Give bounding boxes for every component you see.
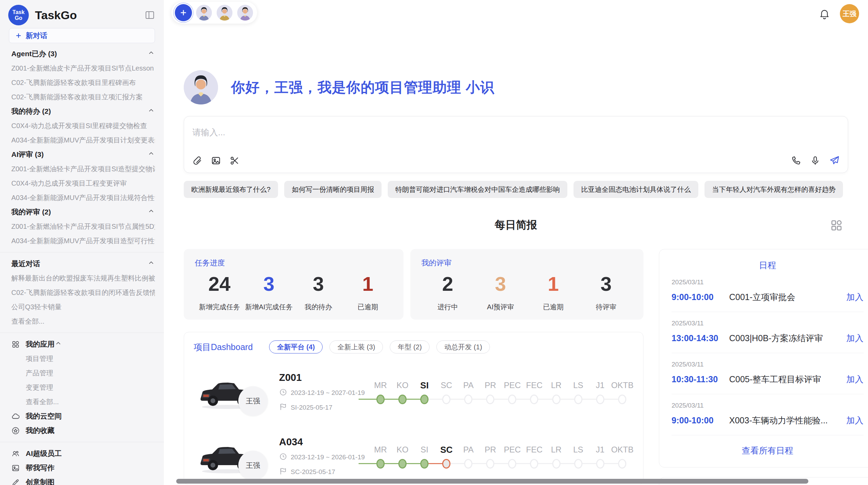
sidebar-item-my-apps[interactable]: 我的应用 (0, 337, 164, 351)
milestone-PA: PA (457, 379, 479, 405)
sidebar-tool-item[interactable]: 帮我写作 (0, 461, 164, 475)
sidebar-item[interactable]: A034-全新新能源MUV产品开发项目造型可行性评审 (0, 234, 164, 248)
dashboard-filter-tab[interactable]: 动总开发 (1) (436, 340, 490, 353)
milestone-dot-row (611, 394, 634, 405)
horizontal-scrollbar[interactable] (176, 479, 808, 484)
screenshot-scissors-icon[interactable] (229, 155, 240, 166)
agent-avatar[interactable] (195, 4, 213, 21)
dashboard-filter-tab[interactable]: 全新上装 (3) (329, 340, 383, 353)
join-meeting-link[interactable]: 加入 (846, 415, 864, 426)
milestone-FEC: FEC (523, 379, 545, 405)
project-owner-badge: 王强 (238, 451, 268, 480)
chevron-up-icon[interactable] (147, 150, 155, 159)
recent-conversation-item[interactable]: 解释最新出台的欧盟报废车法规再生塑料比例被调至15%... (0, 271, 164, 285)
sidebar-item[interactable]: C02-飞腾新能源轻客改款项目里程碑画布 (0, 75, 164, 90)
suggestion-chip[interactable]: 特朗普可能对进口汽车增税会对中国车企造成哪些影响 (388, 181, 567, 198)
send-icon[interactable] (829, 155, 840, 166)
sidebar-item[interactable]: C02-飞腾新能源轻客改款项目立项汇报方案 (0, 90, 164, 104)
sidebar-tool-item[interactable]: 创意制图 (0, 475, 164, 485)
suggestion-chip[interactable]: 如何写一份清晰的项目周报 (284, 181, 382, 198)
schedule-date: 2025/03/11 (672, 361, 864, 368)
milestone-J1: J1 (589, 379, 611, 405)
tool-label: 帮我写作 (26, 463, 55, 473)
join-meeting-link[interactable]: 加入 (846, 291, 864, 303)
app-subitem[interactable]: 查看全部... (0, 395, 164, 409)
milestone-label: PR (479, 379, 501, 391)
recent-conversation-item[interactable]: 公司Q3轻卡销量 (0, 300, 164, 314)
milestone-SC: SC (435, 444, 457, 470)
milestone-label: PA (457, 379, 479, 391)
chevron-up-icon[interactable] (147, 49, 155, 59)
notifications-bell-icon[interactable] (819, 8, 831, 20)
sidebar-item-cloud[interactable]: 我的云空间 (0, 409, 164, 423)
sidebar-item[interactable]: C0X4-动力总成开发项目SI里程碑提交物检查 (0, 119, 164, 133)
sidebar-item-label: A034-全新新能源MUV产品开发项目造型可行性评审 (11, 236, 155, 246)
suggestion-chip[interactable]: 当下年轻人对汽车外观有怎样的喜好趋势 (704, 181, 843, 198)
milestone-dot (376, 459, 385, 469)
add-agent-button[interactable] (175, 4, 192, 21)
sidebar-section-header-2[interactable]: AI评审 (3) (0, 147, 164, 162)
voice-call-icon[interactable] (790, 155, 802, 166)
recent-conversation-item[interactable]: C02-飞腾新能源轻客改款项目的闭环通告反馈情况 (0, 285, 164, 300)
app-subitem[interactable]: 项目管理 (0, 351, 164, 366)
milestone-label: KO (391, 444, 413, 456)
sidebar-section-header-3[interactable]: 我的评审 (2) (0, 205, 164, 219)
collapse-sidebar-icon[interactable] (144, 9, 156, 21)
milestone-label: PR (479, 444, 501, 456)
image-upload-icon[interactable] (210, 155, 222, 166)
clock-icon (279, 388, 287, 398)
milestone-OKTB: OKTB (611, 379, 634, 405)
suggestion-chip[interactable]: 欧洲新规最近颁布了什么? (184, 181, 278, 198)
sidebar-item[interactable]: Z001-全新燃油皮卡产品开发项目SI节点Lesson Learn报告 (0, 61, 164, 75)
sidebar-item[interactable]: Z001-全新燃油轻卡产品开发项目SI节点属性5D文件评审 (0, 219, 164, 234)
briefing-columns: 任务进度24新增完成任务3新增AI完成任务3我的待办1已逾期我的评审2进行中3A… (184, 249, 848, 485)
sidebar-section-recent[interactable]: 最近对话 (0, 257, 164, 271)
dashboard-filter-tab[interactable]: 年型 (2) (390, 340, 430, 353)
schedule-title: 日程 (672, 260, 864, 271)
sidebar-item-star[interactable]: 我的收藏 (0, 423, 164, 438)
microphone-icon[interactable] (809, 155, 821, 166)
app-subitem[interactable]: 产品管理 (0, 366, 164, 380)
join-meeting-link[interactable]: 加入 (846, 333, 864, 344)
app-root: Task Go TaskGo 新对话 Agent已办 (3)Z001-全新燃油皮… (0, 0, 868, 485)
new-chat-button[interactable]: 新对话 (9, 28, 155, 43)
stat-label: 已逾期 (527, 302, 580, 312)
suggestion-chip[interactable]: 比亚迪全固态电池计划具体说了什么 (574, 181, 698, 198)
schedule-date: 2025/03/11 (672, 320, 864, 327)
milestone-dot (574, 395, 582, 404)
photo-icon (11, 463, 20, 472)
agent-avatar[interactable] (237, 4, 254, 21)
attachment-icon[interactable] (192, 155, 203, 166)
user-avatar[interactable]: 王强 (840, 4, 859, 23)
sidebar-lists: Agent已办 (3)Z001-全新燃油皮卡产品开发项目SI节点Lesson L… (0, 43, 164, 485)
join-meeting-link[interactable]: 加入 (846, 374, 864, 385)
project-row[interactable]: 王强A0342023-12-19 ~ 2026-01-19SC-2025-05-… (194, 431, 634, 482)
milestone-dot (464, 459, 472, 469)
briefing-layout-icon[interactable] (830, 219, 843, 232)
sidebar-item[interactable]: Z001-全新燃油轻卡产品开发项目SI造型提交物评审 (0, 162, 164, 176)
chevron-up-icon[interactable] (147, 259, 155, 269)
sidebar-section-header-0[interactable]: Agent已办 (3) (0, 47, 164, 61)
sidebar-tool-item[interactable]: AI超级员工 (0, 446, 164, 461)
project-row[interactable]: 王强Z0012023-12-19 ~ 2027-01-19SI-2025-05-… (194, 366, 634, 418)
agent-avatar[interactable] (216, 4, 233, 21)
dashboard-filter-tab[interactable]: 全新平台 (4) (269, 340, 323, 353)
sidebar-header: Task Go TaskGo (0, 0, 164, 25)
milestone-dot (398, 395, 407, 404)
stat-label: 进行中 (421, 302, 474, 312)
milestone-dot-row (611, 458, 634, 470)
view-all-schedule-link[interactable]: 查看所有日程 (672, 435, 864, 460)
app-subitem[interactable]: 变更管理 (0, 380, 164, 395)
sidebar-item[interactable]: A034-全新新能源MUV产品开发项目计划变更表编写 (0, 133, 164, 147)
project-date-range: 2023-12-19 ~ 2026-01-19 (279, 452, 365, 462)
sidebar-section-header-1[interactable]: 我的待办 (2) (0, 104, 164, 119)
schedule-event-title: C001-立项审批会 (729, 291, 843, 303)
chat-input[interactable] (192, 123, 840, 142)
sidebar-item[interactable]: C0X4-动力总成开发项目工程变更评审 (0, 176, 164, 190)
recent-conversation-item[interactable]: 查看全部... (0, 314, 164, 328)
chevron-up-icon[interactable] (147, 208, 155, 217)
milestone-label: MR (370, 379, 391, 391)
sidebar-item[interactable]: A034-全新新能源MUV产品开发项目法规符合性评审 (0, 190, 164, 205)
chevron-up-icon[interactable] (55, 340, 62, 349)
chevron-up-icon[interactable] (147, 107, 155, 116)
